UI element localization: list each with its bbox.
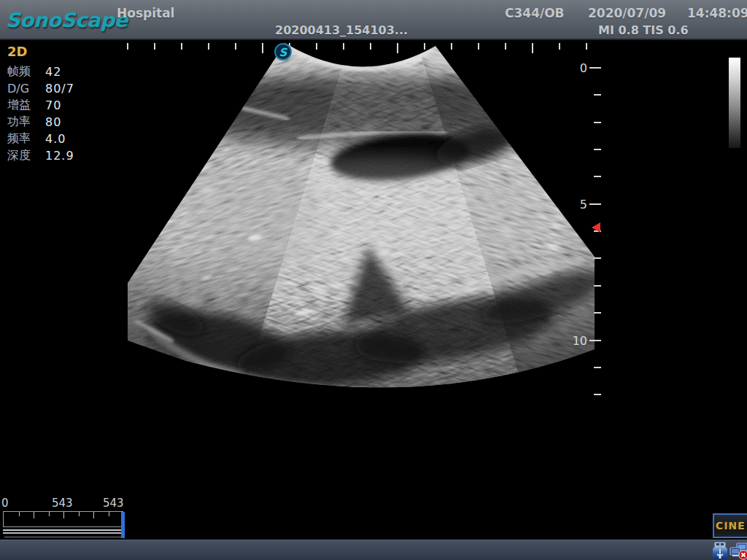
grayscale-bar (729, 58, 740, 148)
cine-scrubber-track[interactable] (3, 511, 123, 527)
cine-scrubber-rail (3, 532, 124, 534)
cine-button[interactable]: CINE (713, 513, 747, 538)
cine-mid-frame: 543 (52, 497, 73, 510)
cine-scrubber-tick (63, 512, 64, 518)
depth-label: 10 (573, 334, 587, 348)
cine-scrubber-tick (109, 512, 109, 516)
depth-label: 0 (580, 61, 587, 75)
cine-scrubber-rail (4, 537, 123, 537)
depth-label: 5 (580, 198, 587, 211)
svg-text:S: S (279, 46, 288, 59)
ultrasound-screen: SonoScape Hospital 20200413_154103... C3… (0, 0, 747, 560)
cine-scrubber-tick (93, 512, 94, 518)
top-scale-ruler (128, 43, 587, 53)
cine-end-frame: 543 (103, 497, 124, 510)
cine-frame-labels: 0 543 543 (0, 497, 146, 510)
taskbar (0, 540, 747, 560)
orientation-marker-icon: S (275, 44, 291, 60)
cine-scrubber-tick (49, 512, 50, 516)
sonogram-fan (0, 0, 747, 559)
ultrasound-image-area: 0510 S (0, 0, 747, 560)
network-disconnected-icon[interactable] (729, 541, 747, 560)
cine-scrubber-tick (19, 512, 20, 516)
cine-scrubber-rail (3, 529, 124, 531)
cine-scrubber-handle[interactable] (121, 512, 125, 538)
usb-device-icon[interactable] (712, 541, 728, 560)
cine-start-frame: 0 (1, 497, 9, 510)
cine-scrubber-tick (34, 512, 34, 518)
cine-scrubber-tick (79, 512, 80, 516)
